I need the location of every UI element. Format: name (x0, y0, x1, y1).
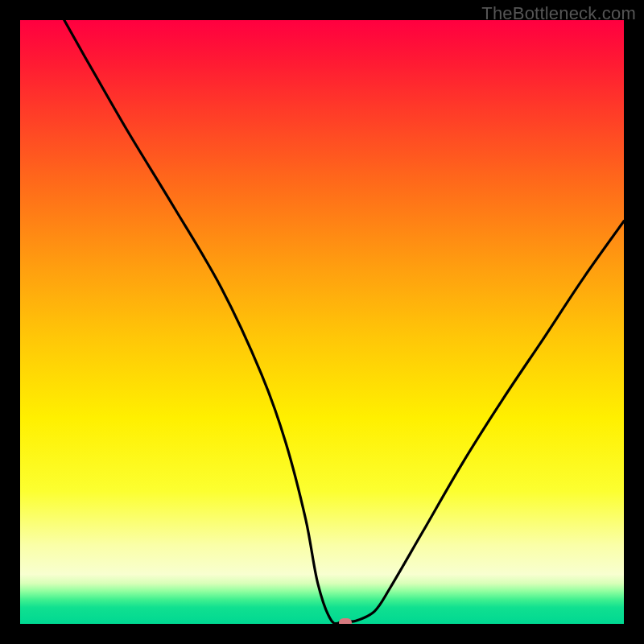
optimum-marker (339, 618, 352, 624)
chart-frame: TheBottleneck.com (0, 0, 644, 644)
plot-area (20, 20, 624, 624)
bottleneck-curve (20, 20, 624, 624)
